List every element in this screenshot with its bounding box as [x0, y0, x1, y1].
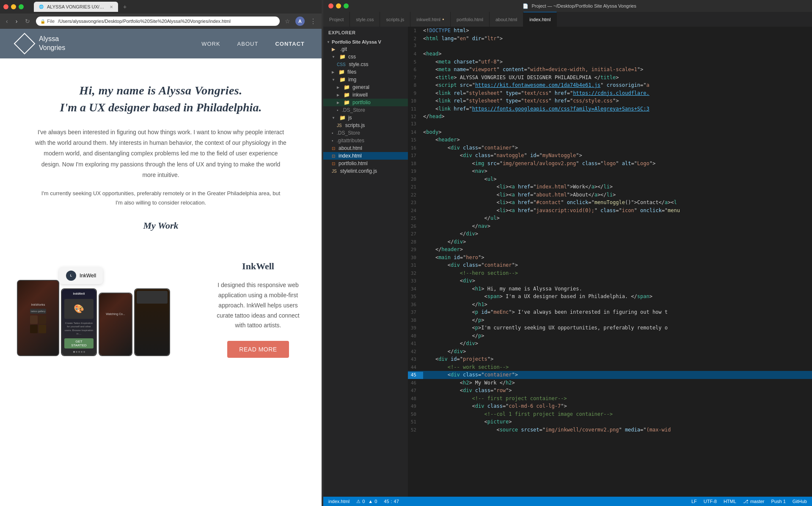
tab-portfolio-html[interactable]: portfolio.html	[451, 12, 490, 27]
code-line-38: 38 </p>	[408, 316, 812, 324]
tree-item-git[interactable]: ▶ .git	[323, 45, 408, 53]
project-info: InkWell I designed this responsive web a…	[212, 261, 305, 358]
tab-close-button[interactable]: ✕	[110, 5, 113, 9]
status-encoding: UTF-8	[704, 499, 717, 504]
code-line-44: 44 <!-- work section-->	[408, 363, 812, 371]
refresh-button[interactable]: ↻	[22, 17, 33, 25]
tree-item-ds-store[interactable]: • .DS_Store	[323, 129, 408, 137]
read-more-button[interactable]: READ MORE	[227, 341, 289, 358]
phone-mockup-container: L InkWell InkWorks	[17, 263, 195, 356]
code-line-17: 17 <div class="navtoggle" id="myNavtoggl…	[408, 152, 812, 160]
tree-item-gitattributes[interactable]: • .gitattributes	[323, 137, 408, 144]
phone-screen-1: InkWorks tattoo gallery	[18, 281, 58, 355]
back-button[interactable]: ‹	[3, 17, 11, 25]
code-line-39: 39 <p>I'm currently seeking UX opportuni…	[408, 324, 812, 332]
editor-tabs: Project style.css scripts.js inkwell.htm…	[323, 12, 812, 27]
logo-area: Alyssa Vongries	[17, 35, 65, 53]
status-github[interactable]: GitHub	[793, 499, 807, 504]
phones-row: InkWorks tattoo gallery	[17, 280, 195, 356]
tree-item-portfolio-html[interactable]: ⊡ portfolio.html	[323, 160, 408, 167]
code-line-4: 4 <head>	[408, 50, 812, 58]
status-language: HTML	[724, 499, 736, 504]
tab-about-html[interactable]: about.html	[490, 12, 523, 27]
code-line-41: 41 </div>	[408, 340, 812, 348]
tab-inkwell-html[interactable]: inkwell.html	[410, 12, 451, 27]
tree-root[interactable]: ▼ Portfolio Site Alyssa V	[323, 39, 408, 45]
code-line-22: 22 <li><a href="about.html">About</a></l…	[408, 191, 812, 199]
url-prefix: File	[47, 19, 55, 24]
portfolio-nav: Alyssa Vongries WORK ABOUT CONTACT	[0, 29, 322, 58]
nav-about[interactable]: ABOUT	[237, 41, 259, 47]
code-line-29: 29 </header>	[408, 246, 812, 254]
url-text: /Users/alyssavongries/Desktop/Portfolio%…	[58, 19, 231, 24]
active-tab[interactable]: 🌐 ALYSSA VONGRIES UX/UI DES... ✕	[34, 2, 118, 12]
tree-item-portfolio-folder[interactable]: ▶ 📁 portfolio	[323, 99, 408, 106]
close-button[interactable]	[3, 4, 8, 9]
tree-item-css[interactable]: ▼ 📁 css	[323, 53, 408, 61]
js-file-icon: JS	[337, 123, 342, 128]
code-line-34: 34 <h1> Hi, my name is Alyssa Vongries.	[408, 285, 812, 293]
editor-fullscreen-button[interactable]	[344, 3, 349, 8]
branch-icon: ⎇	[743, 499, 749, 504]
code-line-50: 50 <!--col 1 first project image contain…	[408, 410, 812, 418]
code-line-15: 15 <header>	[408, 136, 812, 144]
nav-work[interactable]: WORK	[201, 41, 220, 47]
bookmark-button[interactable]: ☆	[283, 18, 292, 25]
code-line-21: 21 <li><a href="index.html">Work</a></li…	[408, 183, 812, 191]
tree-item-stylelint[interactable]: JS stylelint.config.js	[323, 167, 408, 175]
code-line-45: 45 <div class="container">	[408, 371, 812, 379]
code-line-25: 25 </ul>	[408, 214, 812, 222]
tab-style-css[interactable]: style.css	[350, 12, 380, 27]
editor-minimize-button[interactable]	[336, 3, 341, 8]
code-line-33: 33 <div>	[408, 277, 812, 285]
tab-index-html[interactable]: index.html	[523, 12, 557, 27]
tree-item-img[interactable]: ▼ 📁 img	[323, 76, 408, 83]
phone-screen-3: Watching Co...	[99, 293, 132, 355]
code-line-48: 48 <!-- first project container-->	[408, 395, 812, 403]
new-tab-button[interactable]: +	[120, 3, 130, 10]
tree-item-scripts[interactable]: JS scripts.js	[323, 122, 408, 129]
editor-close-button[interactable]	[328, 3, 333, 8]
tree-item-about[interactable]: ⊡ about.html	[323, 144, 408, 152]
chevron-icon-css: ▼	[332, 55, 335, 59]
code-line-16: 16 <div class="container">	[408, 144, 812, 152]
code-line-46: 46 <h2> My Work </h2>	[408, 379, 812, 387]
tree-item-inkwell[interactable]: ▶ 📁 inkwell	[323, 91, 408, 99]
tree-item-stylecss[interactable]: CSS style.css	[323, 61, 408, 68]
inkwell-card-label: InkWell	[80, 273, 96, 279]
code-line-5: 5 <meta charset="utf-8">	[408, 58, 812, 66]
fullscreen-button[interactable]	[19, 4, 24, 9]
forward-button[interactable]: ›	[13, 17, 20, 25]
tab-project[interactable]: Project	[323, 12, 350, 27]
chevron-icon-portfolio: ▶	[337, 101, 339, 105]
hero-heading-1: Hi, my name is Alyssa Vongries.	[34, 84, 288, 97]
account-avatar[interactable]: A	[295, 17, 305, 26]
status-position: 45:47	[384, 499, 399, 504]
css-file-icon: CSS	[337, 62, 346, 67]
code-line-3: 3	[408, 42, 812, 50]
code-line-40: 40 </p>	[408, 332, 812, 340]
project-title: InkWell	[212, 261, 305, 272]
security-icon: 🔒	[40, 19, 45, 24]
project-images: L InkWell InkWorks	[17, 263, 195, 356]
tree-item-ds-store-img[interactable]: • .DS_Store	[323, 106, 408, 114]
tab-scripts-js[interactable]: scripts.js	[380, 12, 410, 27]
chevron-icon-img: ▼	[332, 78, 335, 82]
tree-item-general[interactable]: ▶ 📁 general	[323, 83, 408, 91]
tree-item-js[interactable]: ▼ 📁 js	[323, 114, 408, 122]
status-push[interactable]: Push 1	[771, 499, 786, 504]
minimize-button[interactable]	[11, 4, 16, 9]
code-line-20: 20 <ul>	[408, 175, 812, 183]
chevron-icon: ▼	[327, 40, 330, 44]
tree-item-files[interactable]: ▶ 📁 files	[323, 68, 408, 76]
tree-item-index[interactable]: ⊡ index.html	[323, 152, 408, 160]
code-line-51: 51 <picture>	[408, 418, 812, 426]
more-options-button[interactable]: ⋮	[308, 17, 318, 25]
inkwell-logo-circle: L	[66, 271, 76, 281]
nav-contact[interactable]: CONTACT	[275, 41, 305, 47]
get-started-btn[interactable]: GET STARTED	[64, 338, 94, 348]
nav-links: WORK ABOUT CONTACT	[201, 41, 305, 47]
browser-panel: 🌐 ALYSSA VONGRIES UX/UI DES... ✕ + ‹ › ↻…	[0, 0, 322, 506]
code-line-10: 10 <link rel="stylesheet" type="text/css…	[408, 97, 812, 105]
address-bar[interactable]: 🔒 File /Users/alyssavongries/Desktop/Por…	[36, 17, 280, 26]
